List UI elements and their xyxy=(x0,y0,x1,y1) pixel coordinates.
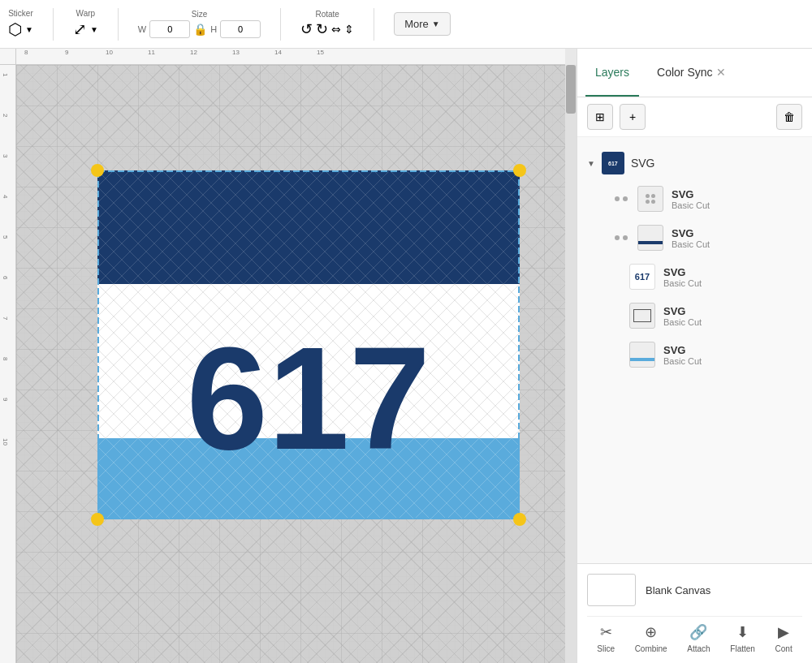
size-w-label: W xyxy=(138,24,146,34)
layer-group-header[interactable]: ▼ 617 SVG xyxy=(587,147,802,179)
warp-label: Warp xyxy=(76,9,96,18)
layer-name-5: SVG xyxy=(663,344,702,356)
tab-color-sync-close[interactable]: ✕ xyxy=(716,66,726,79)
layer-info-2: SVG Basic Cut xyxy=(672,227,710,249)
flatten-label: Flatten xyxy=(730,644,755,653)
rotate-group: Rotate ↺ ↻ ⇔ ⇕ xyxy=(300,10,354,38)
bottom-toolbar: ✂ Slice ⊕ Combine 🔗 Attach ⬇ Flatten ▶ xyxy=(587,616,802,653)
size-w-input[interactable] xyxy=(149,20,190,38)
handle-top-left[interactable] xyxy=(91,164,104,177)
layer-thumb-5 xyxy=(629,342,655,368)
sticker-icon: ⬡ xyxy=(8,19,22,39)
bib-container[interactable]: 617 xyxy=(97,170,520,519)
handle-bottom-right[interactable] xyxy=(513,513,526,526)
panel-toolbar: ⊞ + 🗑 xyxy=(577,97,812,137)
layer-item[interactable]: SVG Basic Cut xyxy=(611,296,802,335)
ruler-v-3: 3 xyxy=(2,154,9,157)
group-layers-button[interactable]: ⊞ xyxy=(587,104,613,130)
ruler-v-6: 6 xyxy=(2,276,9,279)
rotate-ccw-icon[interactable]: ↺ xyxy=(300,20,313,38)
more-label: More xyxy=(404,18,429,30)
layer-name-3: SVG xyxy=(663,266,702,278)
ruler-h-8: 8 xyxy=(24,49,28,56)
sep-4 xyxy=(374,8,374,41)
ruler-h-15: 15 xyxy=(317,49,324,56)
attach-tool[interactable]: 🔗 Attach xyxy=(687,623,710,653)
flip-h-icon[interactable]: ⇔ xyxy=(331,23,341,36)
dot-3 xyxy=(615,235,620,240)
h-ruler-content: 8 9 10 11 12 13 14 15 xyxy=(16,49,565,64)
attach-icon: 🔗 xyxy=(689,623,707,641)
tab-color-sync-label: Color Sync xyxy=(657,66,712,79)
add-layer-button[interactable]: + xyxy=(620,104,646,130)
cont-icon: ▶ xyxy=(778,623,789,641)
layer-sub-2: Basic Cut xyxy=(672,239,710,249)
grid-canvas[interactable]: 617 xyxy=(16,65,565,663)
canvas-area[interactable]: 8 9 10 11 12 13 14 15 1 2 3 4 5 6 7 8 9 xyxy=(0,49,577,663)
layer-thumb-1 xyxy=(637,186,663,212)
rotate-cw-icon[interactable]: ↻ xyxy=(316,20,328,38)
rotate-controls: ↺ ↻ ⇔ ⇕ xyxy=(300,20,354,38)
more-arrow-icon: ▼ xyxy=(432,19,440,28)
ruler-h-12: 12 xyxy=(190,49,197,56)
ruler-h-13: 13 xyxy=(232,49,240,56)
tab-color-sync[interactable]: Color Sync ✕ xyxy=(647,49,735,97)
layer-item[interactable]: SVG Basic Cut xyxy=(611,335,802,374)
horizontal-ruler: 8 9 10 11 12 13 14 15 xyxy=(16,49,565,65)
layer-name-4: SVG xyxy=(663,305,702,317)
layer-name-2: SVG xyxy=(672,227,710,239)
right-panel: Layers Color Sync ✕ ⊞ + 🗑 ▼ xyxy=(577,49,812,663)
size-controls: W 🔒 H xyxy=(138,20,261,38)
sticker-group: Sticker ⬡ ▼ xyxy=(8,9,33,39)
scrollbar-thumb[interactable] xyxy=(566,65,576,114)
tab-layers[interactable]: Layers xyxy=(585,49,639,97)
layer-info-4: SVG Basic Cut xyxy=(663,305,702,327)
bib-svg: 617 xyxy=(97,170,520,519)
blank-canvas-thumb xyxy=(587,574,636,606)
ruler-v-8: 8 xyxy=(2,357,9,360)
vertical-ruler: 1 2 3 4 5 6 7 8 9 10 xyxy=(0,65,16,663)
attach-label: Attach xyxy=(687,644,710,653)
slice-tool[interactable]: ✂ Slice xyxy=(597,623,615,653)
sticker-controls: ⬡ ▼ xyxy=(8,19,33,39)
cont-label: Cont xyxy=(775,644,793,653)
slice-label: Slice xyxy=(597,644,615,653)
warp-controls: ⤢ ▼ xyxy=(73,19,98,39)
layer-items-container: SVG Basic Cut S xyxy=(587,179,802,374)
flatten-tool[interactable]: ⬇ Flatten xyxy=(730,623,755,653)
more-button[interactable]: More ▼ xyxy=(394,12,451,36)
handle-bottom-left[interactable] xyxy=(91,513,104,526)
add-icon: + xyxy=(629,110,636,123)
top-toolbar: Sticker ⬡ ▼ Warp ⤢ ▼ Size W 🔒 H Rotate ↺… xyxy=(0,0,812,49)
lock-icon: 🔒 xyxy=(193,23,207,36)
sticker-label: Sticker xyxy=(8,9,33,18)
delete-layer-button[interactable]: 🗑 xyxy=(776,104,802,130)
slice-icon: ✂ xyxy=(600,623,612,641)
flatten-icon: ⬇ xyxy=(736,623,749,641)
layer-item[interactable]: 617 SVG Basic Cut xyxy=(611,257,802,296)
ruler-h-14: 14 xyxy=(274,49,282,56)
handle-top-right[interactable] xyxy=(513,164,526,177)
size-h-input[interactable] xyxy=(220,20,261,38)
vertical-scrollbar[interactable] xyxy=(565,65,577,663)
layer-name-1: SVG xyxy=(672,188,710,200)
rotate-label: Rotate xyxy=(315,10,339,19)
layer-thumb-4 xyxy=(629,303,655,329)
tab-layers-label: Layers xyxy=(595,66,629,79)
ruler-v-9: 9 xyxy=(2,398,9,401)
cont-tool[interactable]: ▶ Cont xyxy=(775,623,793,653)
ruler-v-1: 1 xyxy=(2,73,9,76)
size-group: Size W 🔒 H xyxy=(138,10,261,38)
bib-number: 617 xyxy=(187,316,430,480)
warp-group: Warp ⤢ ▼ xyxy=(73,9,98,39)
combine-label: Combine xyxy=(635,644,667,653)
layer-item[interactable]: SVG Basic Cut xyxy=(611,179,802,218)
flip-v-icon[interactable]: ⇕ xyxy=(344,23,354,36)
layer-thumb-3: 617 xyxy=(629,264,655,290)
ruler-v-2: 2 xyxy=(2,114,9,117)
layer-sub-4: Basic Cut xyxy=(663,317,702,327)
ruler-h-11: 11 xyxy=(148,49,155,56)
ruler-v-4: 4 xyxy=(2,195,9,198)
layer-item[interactable]: SVG Basic Cut xyxy=(611,218,802,257)
combine-tool[interactable]: ⊕ Combine xyxy=(635,623,667,653)
